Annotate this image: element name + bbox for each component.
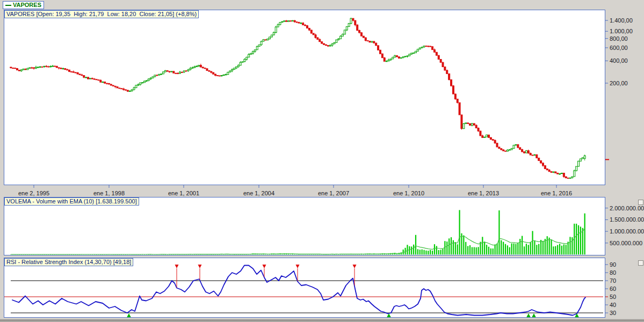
- volume-axis-label: 1.000.000.000: [610, 228, 644, 235]
- rsi-axis-label: 70: [610, 277, 616, 284]
- rsi-pane-button[interactable]: [638, 260, 643, 266]
- rsi-axis-label: 90: [610, 261, 616, 268]
- price-axis-label: 1.000,00: [610, 28, 633, 34]
- rsi-axis-label: 30: [610, 310, 616, 316]
- x-axis-label: ene 1, 1998: [93, 190, 125, 196]
- rsi-axis-label: 50: [610, 294, 616, 300]
- series-color-dash-icon: [5, 5, 11, 6]
- price-axis-label: 200,00: [610, 80, 628, 86]
- x-axis-label: ene 1, 2016: [541, 190, 572, 196]
- volume-info-label: VOLEMA - Volume with EMA (10) [1.638.199…: [4, 197, 139, 206]
- price-chart-panel[interactable]: [4, 10, 605, 185]
- x-axis-label: ene 1, 2007: [318, 190, 349, 196]
- volume-axis-label: 2.000.000.000: [610, 205, 644, 211]
- horizontal-scrollbar[interactable]: [0, 319, 644, 322]
- price-info-label: VAPORES [Open: 19,35 High: 21,79 Low: 18…: [4, 10, 199, 18]
- x-axis-label: ene 2, 1995: [18, 190, 49, 196]
- x-axis-label: ene 1, 2013: [468, 190, 499, 196]
- volume-axis-label: 1.500.000.000: [610, 216, 644, 223]
- x-axis-label: ene 1, 2004: [243, 190, 274, 196]
- chart-window: VAPORES 1.400,001.000,00800,00600,00400,…: [0, 0, 644, 322]
- price-axis-label: 400,00: [610, 57, 628, 64]
- rsi-axis-label: 80: [610, 269, 616, 276]
- rsi-axis-label: 40: [610, 302, 616, 308]
- price-axis-label: 1.400,00: [610, 17, 633, 24]
- volume-chart-panel[interactable]: [4, 197, 605, 255]
- x-axis-label: ene 1, 2010: [393, 190, 424, 196]
- series-title: VAPORES: [13, 2, 41, 8]
- series-legend[interactable]: VAPORES: [3, 1, 44, 9]
- rsi-info-label: RSI - Relative Strength Index (14,30,70)…: [4, 258, 133, 266]
- volume-pane-button[interactable]: [638, 200, 643, 205]
- x-axis-label: ene 1, 2001: [168, 190, 199, 196]
- rsi-chart-panel[interactable]: [4, 258, 605, 318]
- price-axis-label: 600,00: [610, 45, 628, 51]
- rsi-axis-label: 60: [610, 286, 616, 292]
- volume-axis-label: 500.000.000: [610, 240, 642, 246]
- price-axis-label: 800,00: [610, 35, 628, 42]
